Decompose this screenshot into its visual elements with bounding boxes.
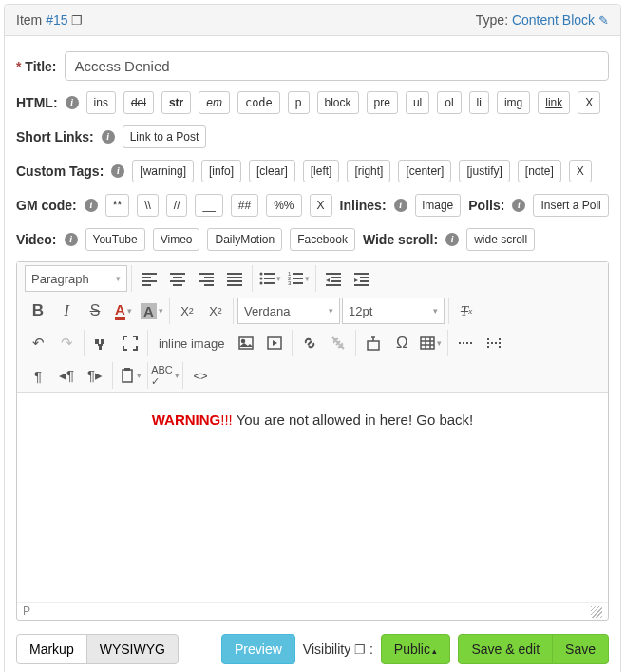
save-edit-button[interactable]: Save & edit bbox=[458, 634, 553, 664]
info-icon[interactable]: i bbox=[102, 130, 115, 144]
tag-dailymotion[interactable]: DailyMotion bbox=[207, 228, 282, 251]
bg-color-icon[interactable]: A bbox=[139, 298, 165, 324]
table-icon[interactable] bbox=[417, 330, 444, 356]
tag-[interactable]: // bbox=[166, 194, 188, 217]
fullscreen-icon[interactable] bbox=[117, 330, 143, 356]
tag-linktoapost[interactable]: Link to a Post bbox=[123, 125, 207, 148]
tag-left[interactable]: [left] bbox=[303, 160, 340, 182]
tag-image[interactable]: image bbox=[415, 194, 462, 217]
subscript-icon[interactable]: X2 bbox=[174, 298, 200, 324]
specialchar-icon[interactable]: Ω bbox=[388, 330, 415, 356]
format-select[interactable]: Paragraph▾ bbox=[25, 265, 127, 292]
hr-icon[interactable] bbox=[452, 330, 479, 356]
italic-icon[interactable]: I bbox=[53, 298, 80, 324]
media-icon[interactable] bbox=[261, 330, 288, 356]
unlink-icon[interactable] bbox=[325, 330, 351, 356]
tag-x[interactable]: X bbox=[569, 160, 592, 182]
indent-icon[interactable] bbox=[349, 265, 375, 292]
tag-[interactable]: ## bbox=[231, 194, 258, 217]
redo-icon[interactable]: ↷ bbox=[53, 330, 80, 356]
tag-center[interactable]: [center] bbox=[398, 160, 451, 182]
title-input[interactable] bbox=[65, 51, 609, 81]
align-right-icon[interactable] bbox=[193, 265, 219, 292]
tag-justify[interactable]: [justify] bbox=[459, 160, 509, 182]
tag-p[interactable]: p bbox=[288, 91, 310, 114]
source-icon[interactable]: <> bbox=[187, 362, 214, 389]
tag-warning[interactable]: [warning] bbox=[132, 160, 194, 182]
align-center-icon[interactable] bbox=[164, 265, 191, 292]
item-number-link[interactable]: #15 bbox=[46, 12, 67, 28]
tag-del[interactable]: del bbox=[123, 91, 154, 114]
tag-info[interactable]: [info] bbox=[201, 160, 241, 182]
text-color-icon[interactable]: A bbox=[110, 298, 137, 324]
tag-widescroll[interactable]: wide scroll bbox=[466, 228, 535, 251]
type-link[interactable]: Content Block bbox=[512, 12, 609, 28]
editor-path[interactable]: P bbox=[23, 605, 30, 618]
undo-icon[interactable]: ↶ bbox=[25, 330, 51, 356]
rtl-icon[interactable]: ◂¶ bbox=[53, 362, 80, 389]
tag-x[interactable]: X bbox=[310, 194, 332, 217]
info-icon[interactable]: i bbox=[85, 199, 98, 212]
pilcrow-icon[interactable]: ¶ bbox=[25, 362, 51, 389]
tag-[interactable]: \\ bbox=[137, 194, 159, 217]
tag-note[interactable]: [note] bbox=[518, 160, 561, 182]
save-button[interactable]: Save bbox=[552, 634, 609, 664]
preview-button[interactable]: Preview bbox=[221, 634, 295, 664]
link-icon[interactable] bbox=[296, 330, 323, 356]
tag-str[interactable]: str bbox=[161, 91, 191, 114]
tag-vimeo[interactable]: Vimeo bbox=[153, 228, 200, 251]
info-icon[interactable]: i bbox=[66, 96, 79, 109]
markup-tab[interactable]: Markup bbox=[16, 634, 87, 664]
tag-insertapoll[interactable]: Insert a Poll bbox=[533, 194, 608, 217]
inline-image-button[interactable]: inline image bbox=[152, 330, 231, 356]
tag-clear[interactable]: [clear] bbox=[249, 160, 295, 182]
info-icon[interactable]: i bbox=[65, 233, 78, 246]
tag-[interactable]: ** bbox=[105, 194, 129, 217]
strike-icon[interactable]: S bbox=[82, 298, 108, 324]
resize-grip-icon[interactable] bbox=[591, 606, 602, 618]
editor-content[interactable]: WARNING!!! You are not allowed in here! … bbox=[17, 393, 608, 602]
tag-ul[interactable]: ul bbox=[406, 91, 429, 114]
align-justify-icon[interactable] bbox=[221, 265, 248, 292]
tag-youtube[interactable]: YouTube bbox=[85, 228, 145, 251]
visibility-button[interactable]: Public bbox=[381, 634, 451, 664]
font-select[interactable]: Verdana▾ bbox=[237, 298, 340, 324]
clear-format-icon[interactable]: Tx bbox=[453, 298, 480, 324]
tag-img[interactable]: img bbox=[497, 91, 530, 114]
pagebreak-icon[interactable] bbox=[481, 330, 507, 356]
tag-right[interactable]: [right] bbox=[347, 160, 390, 182]
tag-x[interactable]: X bbox=[578, 91, 600, 114]
info-icon[interactable]: i bbox=[512, 199, 525, 212]
tag-[interactable]: %% bbox=[266, 194, 301, 217]
svg-point-41 bbox=[242, 340, 245, 343]
svg-rect-44 bbox=[421, 337, 434, 349]
tag-ol[interactable]: ol bbox=[437, 91, 461, 114]
image-icon[interactable] bbox=[233, 330, 259, 356]
superscript-icon[interactable]: X2 bbox=[202, 298, 229, 324]
tag-link[interactable]: link bbox=[538, 91, 570, 114]
info-icon[interactable]: i bbox=[111, 164, 124, 178]
tag-ins[interactable]: ins bbox=[86, 91, 116, 114]
tag-facebook[interactable]: Facebook bbox=[290, 228, 355, 251]
svg-rect-45 bbox=[123, 370, 132, 382]
spellcheck-icon[interactable]: ABC✓ bbox=[152, 362, 179, 389]
ltr-icon[interactable]: ¶▸ bbox=[82, 362, 108, 389]
wysiwyg-tab[interactable]: WYSIWYG bbox=[86, 634, 179, 664]
tag-code[interactable]: code bbox=[237, 91, 280, 114]
tag-em[interactable]: em bbox=[199, 91, 230, 114]
find-icon[interactable] bbox=[88, 330, 115, 356]
info-icon[interactable]: i bbox=[445, 233, 459, 246]
outdent-icon[interactable] bbox=[320, 265, 347, 292]
anchor-icon[interactable] bbox=[360, 330, 387, 356]
info-icon[interactable]: i bbox=[394, 199, 407, 212]
tag-pre[interactable]: pre bbox=[367, 91, 398, 114]
tag-li[interactable]: li bbox=[469, 91, 489, 114]
numbered-list-icon[interactable]: 123 bbox=[285, 265, 312, 292]
bullet-list-icon[interactable] bbox=[256, 265, 283, 292]
align-left-icon[interactable] bbox=[136, 265, 162, 292]
tag-block[interactable]: block bbox=[317, 91, 359, 114]
tag-[interactable]: __ bbox=[195, 194, 222, 217]
bold-icon[interactable]: B bbox=[25, 298, 51, 324]
paste-icon[interactable] bbox=[117, 362, 143, 389]
size-select[interactable]: 12pt▾ bbox=[342, 298, 445, 324]
